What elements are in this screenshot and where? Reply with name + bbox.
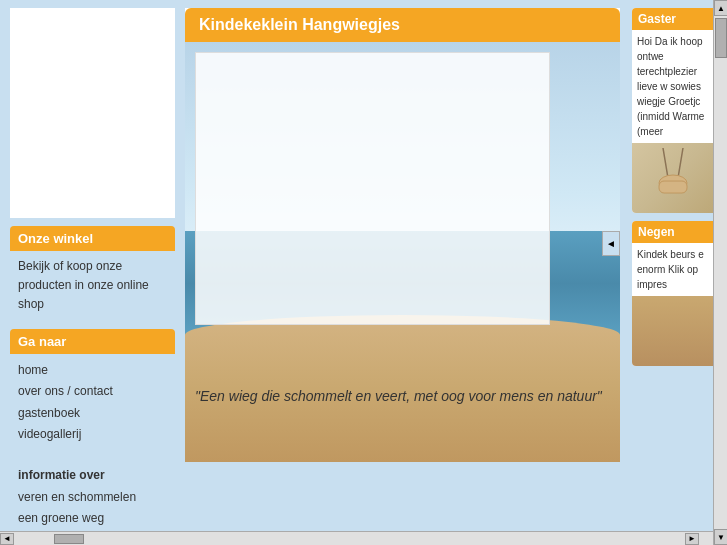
- main-quote: "Een wieg die schommelt en veert, met oo…: [195, 387, 620, 407]
- scroll-down-button[interactable]: ▼: [714, 529, 727, 545]
- ga-naar-content: home over ons / contact gastenboek video…: [10, 354, 175, 531]
- nav-veren[interactable]: veren en schommelen: [18, 487, 167, 509]
- left-sidebar: Onze winkel Bekijk of koop onze producte…: [0, 0, 185, 531]
- main-card-header: Kindekeklein Hangwiegjes: [185, 8, 620, 42]
- ga-naar-header: Ga naar: [10, 329, 175, 354]
- page-wrapper: Onze winkel Bekijk of koop onze producte…: [0, 0, 727, 545]
- negen-thumb-bg: [632, 296, 713, 366]
- gasten-image: [632, 143, 713, 213]
- horizontal-scrollbar[interactable]: ◄ ►: [0, 531, 713, 545]
- winkel-content: Bekijk of koop onze producten in onze on…: [10, 251, 175, 321]
- scroll-thumb[interactable]: [715, 18, 727, 58]
- negen-header: Negen: [632, 221, 713, 243]
- svg-line-1: [678, 148, 683, 178]
- expand-button[interactable]: ◄: [602, 231, 620, 256]
- nav-groene-weg[interactable]: een groene weg: [18, 508, 167, 530]
- svg-line-0: [663, 148, 668, 178]
- svg-rect-3: [659, 181, 687, 193]
- gasten-box: Gaster Hoi Da ik hoop ontwe terechtplezi…: [632, 8, 713, 213]
- nav-videogallerij[interactable]: videogallerij: [18, 424, 167, 446]
- negen-text: Kindek beurs e enorm Klik op impres: [637, 249, 704, 290]
- winkel-box: Onze winkel Bekijk of koop onze producte…: [10, 226, 175, 321]
- gasten-header: Gaster: [632, 8, 713, 30]
- gasten-content: Hoi Da ik hoop ontwe terechtplezier liev…: [632, 30, 713, 143]
- main-card: Kindekeklein Hangwiegjes ◄ "Een wieg die…: [185, 8, 620, 462]
- nav-home[interactable]: home: [18, 360, 167, 382]
- nav-over-ons[interactable]: over ons / contact: [18, 381, 167, 403]
- content-overlay: [195, 52, 550, 325]
- winkel-link[interactable]: Bekijk of koop onze producten in onze on…: [18, 257, 167, 315]
- logo-area: [10, 8, 175, 218]
- negen-content: Kindek beurs e enorm Klik op impres: [632, 243, 713, 296]
- main-card-body: ◄ "Een wieg die schommelt en veert, met …: [185, 42, 620, 462]
- main-layout: Onze winkel Bekijk of koop onze producte…: [0, 0, 713, 531]
- negen-box: Negen Kindek beurs e enorm Klik op impre…: [632, 221, 713, 366]
- right-sidebar: Gaster Hoi Da ik hoop ontwe terechtplezi…: [628, 0, 713, 531]
- gasten-text: Hoi Da ik hoop ontwe terechtplezier liev…: [637, 36, 704, 137]
- ga-naar-box: Ga naar home over ons / contact gastenbo…: [10, 329, 175, 531]
- main-content: Kindekeklein Hangwiegjes ◄ "Een wieg die…: [185, 0, 628, 531]
- nav-gastenboek[interactable]: gastenboek: [18, 403, 167, 425]
- winkel-header: Onze winkel: [10, 226, 175, 251]
- cradle-svg: [648, 148, 698, 208]
- scroll-up-button[interactable]: ▲: [714, 0, 727, 16]
- scroll-left-button[interactable]: ◄: [0, 533, 14, 545]
- scroll-h-thumb[interactable]: [54, 534, 84, 544]
- informatie-label: informatie over: [18, 465, 167, 487]
- vertical-scrollbar[interactable]: ▲ ▼: [713, 0, 727, 545]
- scroll-right-button[interactable]: ►: [685, 533, 699, 545]
- cradle-thumbnail: [632, 143, 713, 213]
- negen-image: [632, 296, 713, 366]
